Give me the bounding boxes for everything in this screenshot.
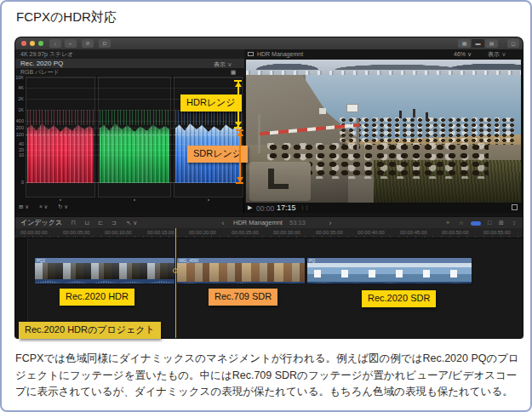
timeline-resize-icon[interactable]: ↕ bbox=[509, 217, 519, 229]
scope-settings-icon[interactable]: ▦ bbox=[231, 69, 236, 76]
project-annotation: Rec.2020 HDRのプロジェクト bbox=[19, 322, 161, 339]
scale-label: 1K bbox=[15, 107, 24, 112]
minimize-button[interactable] bbox=[30, 41, 35, 46]
clip3-annotation: Rec.2020 SDR bbox=[362, 290, 436, 307]
video-canvas bbox=[246, 60, 521, 203]
chevron-down-icon: ∨ bbox=[467, 51, 472, 57]
chevron-down-icon: ∨ bbox=[501, 51, 506, 57]
scope-refresh-menu[interactable]: ↻ ∨ bbox=[58, 203, 68, 210]
body-paragraph: FCPXでは色域同様にダイナミックスのマネジメントが行われる。例えば図の例ではR… bbox=[15, 351, 521, 401]
fcpx-window: ↓ ⌐ ⊘ D ▦ ▬ ▤ ◻ 4K 29.97p ステレオ Rec. 2020… bbox=[15, 37, 523, 338]
solo-icon[interactable]: □ bbox=[484, 217, 495, 229]
chevron-down-icon: ∨ bbox=[227, 61, 232, 67]
gridline bbox=[26, 77, 243, 78]
timeline-toolbar: インデックス ⊓ ⊔ ⊏ ⊐ ↖ ∨ ‹ HDR Managemnt 53:13… bbox=[15, 216, 523, 228]
fullscreen-icon[interactable] bbox=[512, 204, 518, 210]
ruler-tick: 00:00:05:00 bbox=[63, 230, 90, 235]
playhead[interactable] bbox=[175, 228, 176, 338]
ruler-tick: 00:00:55:00 bbox=[483, 230, 511, 235]
clip-filmstrip bbox=[35, 263, 174, 279]
import-icon[interactable]: ↓ bbox=[49, 39, 61, 48]
browser-view-icon[interactable]: ▦ bbox=[458, 39, 471, 48]
timecode-hours: 00:00 bbox=[256, 204, 274, 213]
extensions-icon[interactable]: D bbox=[99, 39, 111, 48]
gridline-zero bbox=[26, 182, 243, 183]
window-titlebar: ↓ ⌐ ⊘ D ▦ ▬ ▤ ◻ bbox=[15, 37, 523, 49]
ruler-tick: 00:00:30:00 bbox=[273, 230, 300, 235]
boat-thumbnails bbox=[307, 270, 472, 278]
waveform-spikes-blue bbox=[175, 110, 242, 125]
timeline-clip-img4590[interactable]: IMG_4590 bbox=[176, 257, 306, 284]
gridline-100-nits bbox=[26, 134, 243, 135]
clip2-annotation: Rec.709 SDR bbox=[209, 289, 277, 306]
viewer-header: HDR Managemnt 46% ∨ 表示 ∨ bbox=[244, 49, 523, 60]
gridline bbox=[26, 121, 243, 122]
waveform-spikes-red bbox=[27, 110, 94, 125]
scope-display-menu[interactable]: ⊞ ∨ bbox=[19, 203, 29, 210]
tool-menu[interactable]: ↖ ∨ bbox=[124, 217, 140, 229]
ruler-tick: 00:00:10:00 bbox=[105, 230, 132, 235]
next-project-icon[interactable]: › bbox=[327, 217, 334, 229]
overwrite-edit-icon[interactable]: ⊐ bbox=[109, 217, 119, 229]
connect-edit-icon[interactable]: ⊓ bbox=[68, 217, 78, 229]
keyword-icon[interactable]: ⌐ bbox=[65, 39, 77, 48]
viewer-monitor-icon bbox=[248, 52, 254, 56]
timeline-ruler[interactable]: 00:00:00:00 00:00:05:00 00:00:10:00 00:0… bbox=[15, 228, 523, 238]
inspector-view-icon[interactable]: ▤ bbox=[485, 39, 498, 48]
ruler-tick: 00:00:35:00 bbox=[316, 230, 343, 235]
gridline bbox=[26, 88, 243, 89]
clip-format-label: 4K 29.97p ステレオ bbox=[15, 49, 244, 59]
gridline bbox=[26, 144, 243, 145]
index-button[interactable]: インデックス bbox=[20, 217, 62, 229]
scale-label: 200 bbox=[15, 125, 24, 130]
page-frame: FCPXのHDR対応 ↓ ⌐ ⊘ D ▦ ▬ ▤ ◻ 4K 29.97p ステレ… bbox=[0, 0, 532, 412]
zoom-button[interactable] bbox=[38, 41, 43, 46]
timeline-clip-pq2[interactable]: PQ2 bbox=[34, 257, 175, 284]
scale-label: 400 bbox=[15, 118, 24, 123]
previous-project-icon[interactable]: ‹ bbox=[220, 217, 226, 229]
clip-audio-waveform bbox=[35, 279, 174, 284]
viewer-title: HDR Managemnt bbox=[257, 49, 303, 60]
page-title: FCPXのHDR対応 bbox=[16, 9, 117, 26]
close-button[interactable] bbox=[21, 41, 26, 46]
play-icon[interactable]: ▶ bbox=[248, 204, 252, 211]
playhead-marker bbox=[173, 268, 178, 273]
effects-icon[interactable]: ⊞ bbox=[496, 217, 506, 229]
pause-marks-icon: ❘❘ bbox=[300, 204, 309, 210]
viewer-view-menu[interactable]: 表示 ∨ bbox=[488, 49, 506, 60]
colorspace-label: Rec. 2020 PQ bbox=[15, 59, 244, 68]
viewer-pane: HDR Managemnt 46% ∨ 表示 ∨ bbox=[244, 49, 523, 213]
timeline-clip-pq[interactable]: PQ bbox=[306, 257, 472, 284]
clip1-annotation: Rec.2020 HDR bbox=[60, 289, 134, 306]
background-tasks-icon[interactable]: ⊘ bbox=[82, 39, 94, 48]
scale-label: 100 bbox=[15, 132, 24, 137]
audio-meter-icon[interactable]: ∩ bbox=[456, 217, 466, 229]
append-edit-icon[interactable]: ⊏ bbox=[95, 217, 106, 229]
scale-label: 10 bbox=[15, 152, 24, 157]
timeline-project-name[interactable]: HDR Managemnt bbox=[233, 217, 283, 229]
waveform-green bbox=[100, 123, 169, 183]
ruler-tick: 00:00:25:00 bbox=[232, 230, 259, 235]
clip-filmstrip bbox=[307, 263, 472, 282]
clip-filmstrip bbox=[177, 263, 305, 282]
clip-audio-waveform bbox=[177, 282, 305, 284]
share-icon[interactable]: ◻ bbox=[507, 39, 519, 48]
insert-edit-icon[interactable]: ⊔ bbox=[82, 217, 92, 229]
ruler-tick: 00:00:50:00 bbox=[442, 230, 469, 235]
timecode-frames: 17:15 bbox=[277, 203, 296, 212]
waveform-spikes-green bbox=[100, 110, 169, 125]
scale-label: 4K bbox=[15, 85, 24, 90]
scope-type-label: RGB パレード bbox=[15, 68, 244, 77]
timeline-view-icon[interactable]: ▬ bbox=[472, 39, 484, 48]
scale-label: 0 bbox=[15, 180, 24, 185]
vignette bbox=[246, 60, 521, 203]
clip-audio-waveform bbox=[307, 282, 472, 284]
snapping-toggle[interactable] bbox=[471, 221, 481, 226]
ruler-tick: 00:00:20:00 bbox=[189, 230, 216, 235]
hdr-range-label: HDRレンジ bbox=[180, 94, 242, 112]
scope-tools-menu[interactable]: × ∨ bbox=[39, 203, 48, 210]
viewer-zoom-menu[interactable]: 46% ∨ bbox=[454, 49, 472, 60]
video-scopes-pane: 4K 29.97p ステレオ Rec. 2020 PQ 表示 ∨ RGB パレー… bbox=[15, 49, 244, 213]
trim-icon[interactable]: + bbox=[443, 217, 453, 229]
ruler-tick: 00:00:00:00 bbox=[20, 230, 48, 235]
